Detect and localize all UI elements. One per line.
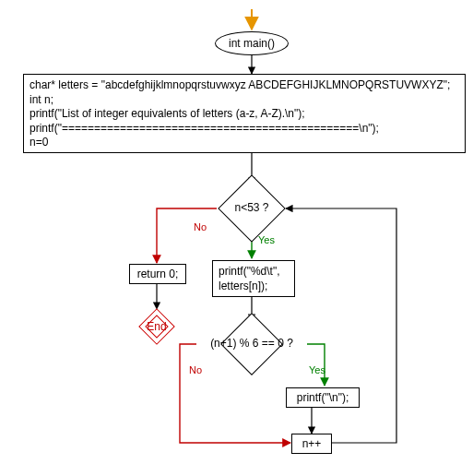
return-label: return 0; bbox=[137, 268, 179, 280]
print-num-line1: printf("%d\t", bbox=[219, 265, 289, 280]
cond1-diamond bbox=[218, 174, 286, 243]
main-label: int main() bbox=[229, 37, 275, 50]
flow-arrows bbox=[0, 0, 473, 476]
decl-line-2: int n; bbox=[30, 93, 459, 108]
decl-line-3: printf("List of integer equivalents of l… bbox=[30, 107, 459, 122]
decl-line-1: char* letters = "abcdefghijklmnopqrstuvw… bbox=[30, 78, 459, 93]
print-num-box: printf("%d\t", letters[n]); bbox=[212, 260, 295, 297]
incr-box: n++ bbox=[291, 434, 332, 454]
print-nl-box: printf("\n"); bbox=[286, 387, 360, 408]
return-box: return 0; bbox=[129, 264, 186, 284]
incr-label: n++ bbox=[302, 437, 322, 450]
end-diamond bbox=[138, 308, 175, 345]
declarations-box: char* letters = "abcdefghijklmnopqrstuvw… bbox=[23, 74, 466, 153]
cond2-no-label: No bbox=[189, 364, 202, 375]
print-num-line2: letters[n]); bbox=[219, 280, 289, 294]
print-nl-label: printf("\n"); bbox=[297, 391, 349, 404]
cond2-yes-label: Yes bbox=[309, 364, 325, 375]
cond1-yes-label: Yes bbox=[258, 234, 275, 245]
decl-line-4: printf("================================… bbox=[30, 122, 459, 137]
cond2-diamond bbox=[220, 313, 283, 375]
flowchart-canvas: int main() char* letters = "abcdefghijkl… bbox=[0, 0, 473, 476]
main-ellipse: int main() bbox=[215, 31, 289, 55]
decl-line-5: n=0 bbox=[30, 136, 459, 150]
cond1-no-label: No bbox=[194, 221, 207, 232]
